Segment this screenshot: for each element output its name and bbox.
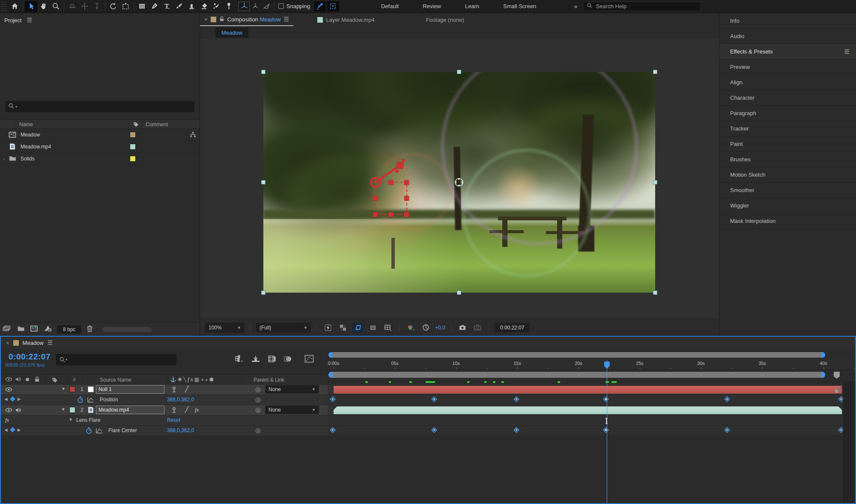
roto-brush-tool[interactable] — [210, 1, 223, 12]
property-graph-icon[interactable] — [95, 427, 103, 435]
panel-tab-preview[interactable]: Preview — [719, 59, 856, 75]
effects-switch-icon[interactable]: fx — [195, 406, 199, 413]
keyframe-diamond[interactable] — [513, 427, 519, 433]
expand-caret-icon[interactable]: ▼ — [61, 407, 66, 412]
layer-handle-bottom-center[interactable] — [457, 291, 461, 295]
keyframe-diamond[interactable] — [724, 396, 730, 402]
panel-tab-audio[interactable]: Audio — [719, 29, 856, 44]
keyframe-diamond[interactable] — [431, 427, 437, 433]
project-horizontal-scrollbar[interactable] — [102, 327, 152, 332]
parent-dropdown[interactable]: None▼ — [265, 385, 319, 394]
add-keyframe-icon[interactable] — [10, 396, 15, 402]
new-folder-icon[interactable] — [17, 326, 25, 333]
world-axis-mode-icon[interactable] — [250, 2, 261, 11]
exposure-icon[interactable] — [420, 323, 431, 333]
source-name-column-header[interactable]: Source Name — [100, 377, 131, 383]
keyframe-diamond[interactable] — [330, 427, 336, 433]
keyframe-diamond[interactable] — [724, 427, 730, 433]
property-row-position[interactable]: ◀ ▶ Position 368,0,362,0 ◎ — [1, 395, 328, 405]
column-comment[interactable]: Comment — [146, 122, 168, 127]
bezier-handle[interactable] — [397, 162, 404, 169]
clone-stamp-tool[interactable] — [185, 1, 198, 12]
show-snapshot-icon[interactable] — [472, 323, 483, 333]
eye-icon[interactable] — [5, 407, 12, 414]
layer-row-null1[interactable]: ▼ 1 Null 1 ╱ ◎ None▼ — [1, 385, 328, 395]
previous-keyframe-icon[interactable]: ◀ — [4, 427, 8, 432]
fast-preview-icon[interactable] — [322, 323, 334, 333]
navigator-start-handle[interactable] — [328, 352, 332, 358]
panel-tab-align[interactable]: Align — [719, 75, 856, 90]
quality-switch-icon[interactable]: ╱ — [185, 406, 188, 413]
viewer-tab-1[interactable]: Layer Meadow.mp4 — [313, 13, 379, 26]
new-composition-icon[interactable] — [30, 325, 38, 333]
bit-depth-button[interactable]: 8 bpc — [57, 325, 81, 334]
resolution-dropdown[interactable]: (Full)▼ — [256, 323, 311, 333]
quality-switch-icon[interactable]: ╱ — [185, 385, 188, 392]
keyframe-diamond[interactable] — [330, 396, 336, 402]
mask-visibility-icon[interactable] — [352, 323, 364, 333]
composition-viewer[interactable] — [200, 39, 719, 319]
transparency-grid-icon[interactable] — [337, 323, 349, 333]
help-search-input[interactable]: Search Help — [583, 2, 701, 11]
panel-tab-brushes[interactable]: Brushes — [719, 152, 856, 167]
effect-name[interactable]: Lens Flare — [76, 417, 101, 423]
snap-edges-toggle-icon[interactable] — [314, 1, 326, 12]
interpret-footage-icon[interactable] — [3, 325, 12, 333]
workspace-tab-review[interactable]: Review — [411, 0, 453, 13]
panel-tab-mask-interpolation[interactable]: Mask Interpolation — [719, 213, 856, 229]
view-axis-mode-icon[interactable] — [261, 2, 272, 11]
toolbar-grip[interactable] — [1, 2, 7, 11]
eraser-tool[interactable] — [198, 1, 210, 12]
work-area-bar[interactable] — [328, 372, 825, 378]
previous-keyframe-icon[interactable]: ◀ — [4, 397, 8, 401]
label-color-swatch[interactable] — [130, 132, 136, 138]
type-tool[interactable]: T — [161, 1, 173, 12]
layer-label-chip[interactable] — [69, 386, 75, 392]
panel-tab-paint[interactable]: Paint — [719, 136, 856, 152]
property-graph-icon[interactable] — [87, 397, 94, 404]
property-pickwhip-icon[interactable]: ◎ — [255, 396, 261, 403]
composition-mini-flowchart-icon[interactable] — [234, 355, 244, 364]
proxy-toggle-icon[interactable] — [43, 325, 52, 333]
track-row-null1[interactable] — [328, 385, 855, 395]
viewer-tab-0[interactable]: ×Composition Meadow☰ — [200, 13, 293, 26]
property-name[interactable]: Position — [100, 397, 118, 403]
panel-tab-effects-presets[interactable]: Effects & Presets☰ — [719, 44, 856, 59]
track-row-meadow[interactable] — [328, 405, 855, 415]
layer-anchor-marker[interactable] — [453, 176, 465, 190]
property-value[interactable]: 368,0,362,0 — [167, 397, 194, 403]
parent-pickwhip-icon[interactable]: ◎ — [255, 406, 261, 414]
time-ruler[interactable]: 0:00s05s10s15s20s25s30s35s40s — [328, 359, 855, 370]
effect-row-lens-flare[interactable]: fx ▼ Lens Flare Reset — [1, 415, 328, 426]
effect-reset-link[interactable]: Reset — [167, 417, 180, 423]
panel-tab-smoother[interactable]: Smoother — [719, 183, 856, 198]
parent-link-column-header[interactable]: Parent & Link — [254, 377, 284, 383]
hand-tool[interactable] — [37, 1, 50, 12]
stopwatch-icon[interactable] — [77, 396, 84, 405]
lock-icon[interactable] — [219, 16, 224, 23]
time-navigator-scrollbar[interactable] — [328, 352, 825, 358]
comp-marker-bin-icon[interactable] — [832, 371, 841, 381]
navigator-end-handle[interactable] — [821, 352, 825, 358]
close-icon[interactable]: × — [6, 340, 9, 346]
viewer-tab-2[interactable]: Footage (none) — [422, 13, 468, 26]
keyframe-diamond[interactable] — [431, 396, 437, 402]
grid-guides-icon[interactable] — [382, 323, 394, 333]
channels-icon[interactable] — [405, 323, 416, 333]
work-area-start-handle[interactable] — [328, 372, 332, 378]
local-axis-mode-icon[interactable] — [239, 2, 250, 11]
layer-bar-meadow[interactable] — [334, 406, 842, 414]
label-color-swatch[interactable] — [130, 144, 136, 150]
panel-tab-tracker[interactable]: Tracker — [719, 121, 856, 136]
layer-handle-top-center[interactable] — [457, 70, 461, 74]
workspace-tab-small-screen[interactable]: Small Screen — [491, 0, 548, 13]
region-of-interest-icon[interactable] — [367, 323, 379, 333]
anchor-switch-icon[interactable] — [171, 386, 177, 394]
add-keyframe-icon[interactable] — [10, 427, 15, 433]
project-search-input[interactable]: ▾ — [5, 101, 194, 112]
work-area-end-handle[interactable] — [821, 372, 825, 378]
trash-icon[interactable] — [86, 325, 93, 334]
viewer-menu-icon[interactable]: ☰ — [284, 16, 289, 23]
workspace-tab-learn[interactable]: Learn — [453, 0, 491, 13]
timeline-track-area[interactable]: 0:00s05s10s15s20s25s30s35s40s — [328, 349, 855, 503]
